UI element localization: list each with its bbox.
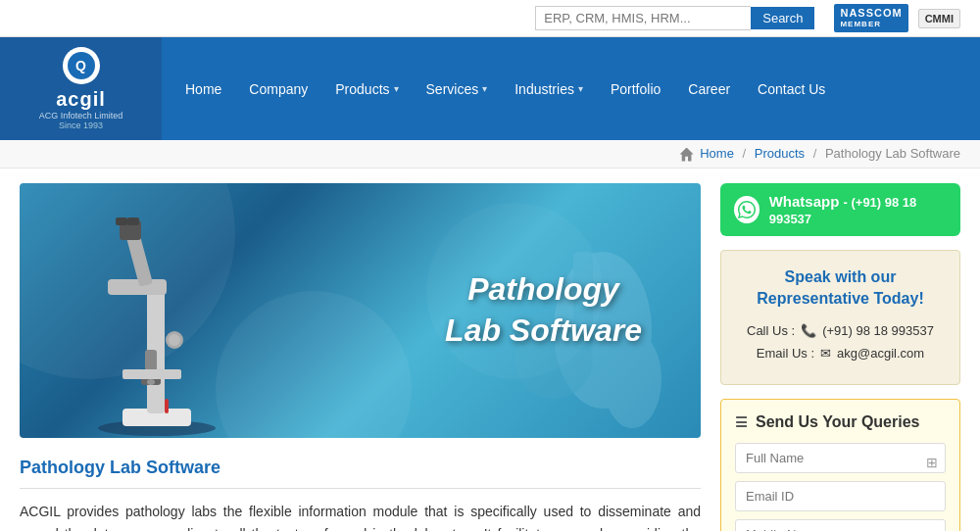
speak-box: Speak with our Representative Today! Cal… <box>720 250 960 386</box>
user-icon: ⊞ <box>926 455 938 470</box>
fullname-input[interactable] <box>735 443 946 473</box>
email-label: Email Us : <box>757 346 814 361</box>
search-input[interactable] <box>535 6 751 30</box>
right-sidebar: Whatsapp - (+91) 98 18 993537 Speak with… <box>720 183 960 531</box>
breadcrumb-current: Pathology Lab Software <box>825 146 960 161</box>
nav-home[interactable]: Home <box>172 64 235 115</box>
call-label: Call Us : <box>747 323 795 338</box>
svg-rect-2 <box>147 281 165 413</box>
whatsapp-label: Whatsapp <box>769 193 840 210</box>
logo-since: Since 1993 <box>59 121 103 130</box>
main-nav: Home Company Products ▾ Services ▾ Indus… <box>162 37 980 140</box>
products-chevron-icon: ▾ <box>394 83 399 94</box>
hamburger-icon: ☰ <box>735 414 748 430</box>
services-chevron-icon: ▾ <box>482 83 487 94</box>
call-number: (+91) 98 18 993537 <box>822 323 934 338</box>
partner-logos: NASSCOM MEMBER CMMI <box>834 4 960 32</box>
search-area: Search <box>535 6 814 30</box>
logo-name: acgil <box>56 88 106 111</box>
mobile-input[interactable] <box>735 519 946 531</box>
svg-rect-13 <box>165 399 169 413</box>
header: Q acgil ACG Infotech Limited Since 1993 … <box>0 37 980 140</box>
svg-rect-3 <box>108 279 167 295</box>
top-bar: Search NASSCOM MEMBER CMMI <box>0 0 980 37</box>
logo-icon: Q <box>63 47 100 84</box>
svg-rect-10 <box>122 369 181 379</box>
breadcrumb: Home / Products / Pathology Lab Software <box>0 140 980 169</box>
svg-point-12 <box>169 334 180 346</box>
phone-icon: 📞 <box>801 323 816 338</box>
svg-point-14 <box>147 379 155 385</box>
nasscom-logo: NASSCOM MEMBER <box>834 4 907 32</box>
fullname-field-row: ⊞ <box>735 443 946 481</box>
speak-title: Speak with our Representative Today! <box>737 266 944 311</box>
email-input[interactable] <box>735 481 946 511</box>
nav-contact[interactable]: Contact Us <box>744 64 839 115</box>
email-address: akg@acgil.com <box>837 346 924 361</box>
page-description: ACGIL provides pathology labs the flexib… <box>20 501 701 531</box>
industries-chevron-icon: ▾ <box>578 83 583 94</box>
search-button[interactable]: Search <box>751 7 814 29</box>
logo-subtitle: ACG Infotech Limited <box>39 111 123 121</box>
breadcrumb-products[interactable]: Products <box>755 146 805 161</box>
nav-services[interactable]: Services ▾ <box>413 64 502 115</box>
page-title: Pathology Lab Software <box>20 458 701 489</box>
hero-text: Pathology Lab Software <box>445 269 642 351</box>
breadcrumb-home[interactable]: Home <box>700 146 734 161</box>
whatsapp-bar[interactable]: Whatsapp - (+91) 98 18 993537 <box>720 183 960 236</box>
query-form-box: ☰ Send Us Your Queries ⊞ <box>720 399 960 531</box>
nav-industries[interactable]: Industries ▾ <box>501 64 597 115</box>
nav-career[interactable]: Career <box>674 64 744 115</box>
logo[interactable]: Q acgil ACG Infotech Limited Since 1993 <box>0 37 162 140</box>
svg-rect-7 <box>127 217 139 225</box>
cmmi-logo: CMMI <box>918 9 960 28</box>
whatsapp-icon <box>734 196 760 223</box>
svg-rect-6 <box>116 217 127 225</box>
nav-portfolio[interactable]: Portfolio <box>597 64 674 115</box>
home-icon <box>680 148 694 162</box>
main-content: Pathology Lab Software Pathology Lab Sof… <box>0 169 980 531</box>
call-info: Call Us : 📞 (+91) 98 18 993537 <box>737 323 944 338</box>
left-content: Pathology Lab Software Pathology Lab Sof… <box>20 183 720 531</box>
microscope-illustration <box>49 203 265 438</box>
nav-products[interactable]: Products ▾ <box>321 64 412 115</box>
email-info: Email Us : ✉ akg@acgil.com <box>737 346 944 361</box>
email-icon: ✉ <box>820 346 831 361</box>
nav-company[interactable]: Company <box>235 64 321 115</box>
hero-banner: Pathology Lab Software <box>20 183 701 438</box>
query-title: ☰ Send Us Your Queries <box>735 413 946 431</box>
